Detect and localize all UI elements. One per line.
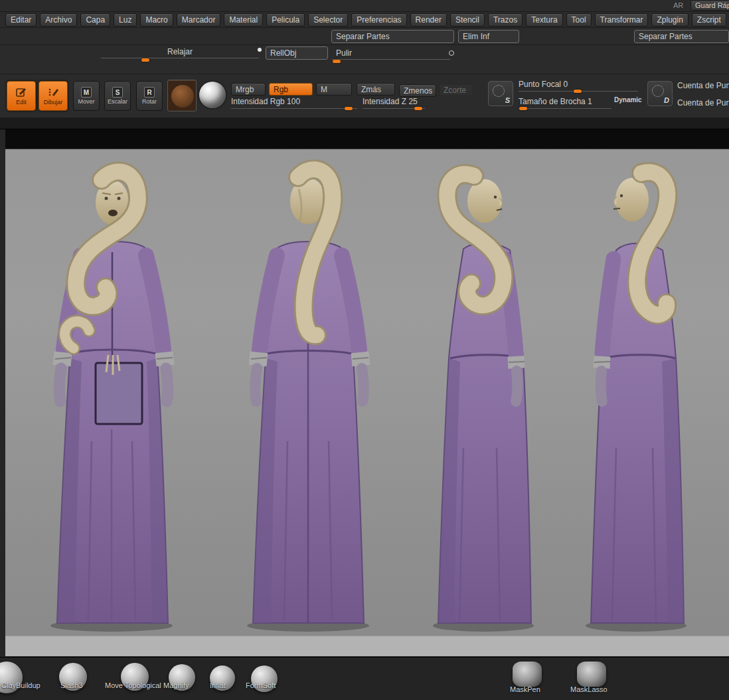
rotate-icon: R	[144, 87, 155, 98]
dynamic-letter: D	[664, 96, 669, 104]
menu-selector[interactable]: Selector	[308, 13, 348, 27]
brush-label-maskpen: MaskPen	[510, 685, 540, 693]
zcut-button[interactable]: Zcorte	[439, 84, 473, 96]
menu-pelicula[interactable]: Pelicula	[266, 13, 305, 27]
brush-label-inflat: Inflat	[210, 681, 226, 689]
point-count-label-1: Cuenta de Pun	[677, 81, 729, 90]
menu-luz[interactable]: Luz	[114, 13, 137, 27]
draw-button-label: Dibujar	[44, 99, 63, 105]
sculpt-viewport	[5, 129, 729, 657]
rgb-intensity-track[interactable]	[231, 101, 357, 109]
separar-partes-button[interactable]: Separar Partes	[331, 30, 454, 43]
color-swatch-circle	[171, 85, 194, 107]
scale-button[interactable]: S Escalar	[104, 81, 131, 111]
rotate-button[interactable]: R Rotar	[136, 81, 163, 111]
menu-capa[interactable]: Capa	[80, 13, 110, 27]
model-view-back	[247, 169, 369, 632]
edit-icon	[15, 86, 27, 98]
brush-maskpen[interactable]: MaskPen	[506, 658, 559, 700]
custom-shelf-row-1: Separar Partes Elim Inf Separar Partes	[0, 28, 729, 45]
edit-button[interactable]: Edit	[7, 81, 36, 111]
brush-label-magnify: Magnify	[163, 681, 189, 689]
model-view-front	[50, 172, 173, 632]
brush-size-handle[interactable]	[519, 107, 527, 110]
menu-archivo[interactable]: Archivo	[40, 13, 77, 27]
menu-editar[interactable]: Editar	[5, 13, 37, 27]
stroke-selector-icon[interactable]: S	[488, 81, 513, 106]
brush-label-claybuildup: ClayBuildup	[1, 681, 40, 689]
brush-magnify[interactable]: Magnify	[162, 658, 204, 700]
menu-trazos[interactable]: Trazos	[488, 13, 523, 27]
relajar-slider-handle[interactable]	[141, 58, 149, 62]
pulir-slider[interactable]: Pulir	[332, 49, 450, 60]
elim-inf-button[interactable]: Elim Inf	[458, 30, 519, 43]
title-strip: AR Guard Ráp	[0, 0, 729, 12]
zsub-button[interactable]: Zmenos	[399, 84, 436, 97]
rgb-intensity-handle[interactable]	[345, 107, 353, 110]
custom-shelf-row-2: Relajar RellObj Pulir	[0, 45, 729, 74]
rotate-button-label: Rotar	[142, 98, 157, 105]
brush-label-slash3: Slash3	[60, 681, 83, 689]
relajar-toggle-dot[interactable]	[258, 48, 262, 52]
brush-masklasso[interactable]: MaskLasso	[568, 658, 623, 700]
color-swatch[interactable]	[167, 80, 197, 111]
brush-label-masklasso: MaskLasso	[570, 685, 608, 693]
pulir-ring-toggle[interactable]	[449, 50, 454, 56]
relajar-slider-label: Relajar	[167, 47, 193, 56]
move-button-label: Mover	[78, 98, 94, 105]
draw-brush-icon	[47, 86, 59, 98]
zbrush-app-window: AR Guard Ráp Editar Archivo Capa Luz Mac…	[0, 0, 729, 700]
menu-preferencias[interactable]: Preferencias	[351, 13, 406, 27]
scale-icon: S	[112, 87, 123, 98]
menu-marcador[interactable]: Marcador	[177, 13, 221, 27]
edit-button-label: Edit	[16, 99, 27, 105]
menu-tool[interactable]: Tool	[566, 13, 592, 27]
menu-textura[interactable]: Textura	[526, 13, 562, 27]
document-canvas[interactable]	[0, 129, 729, 657]
brush-label-formsoft: FormSoft	[246, 681, 276, 689]
toolbar-canvas-divider	[0, 118, 729, 129]
move-icon: M	[81, 87, 92, 98]
rellobj-button[interactable]: RellObj	[266, 46, 328, 60]
brush-move-topological[interactable]: Move Topological	[105, 658, 171, 700]
rgb-button[interactable]: Rgb	[269, 83, 313, 96]
menu-zplugin[interactable]: Zplugin	[651, 13, 688, 27]
dynamic-circle-glyph	[652, 85, 664, 97]
menu-bar: Editar Archivo Capa Luz Macro Marcador M…	[0, 12, 729, 28]
dynamic-mode-toggle[interactable]: Dynamic	[614, 96, 642, 104]
brush-size-track[interactable]	[519, 101, 611, 109]
menu-stencil[interactable]: Stencil	[450, 13, 485, 27]
relajar-slider[interactable]: Relajar	[101, 48, 259, 58]
brush-inflat[interactable]: Inflat	[204, 658, 242, 700]
pulir-slider-handle[interactable]	[333, 60, 341, 63]
brush-slash3[interactable]: Slash3	[56, 658, 103, 700]
draw-button[interactable]: Dibujar	[39, 81, 68, 111]
menu-material[interactable]: Material	[224, 13, 263, 27]
scale-button-label: Escalar	[108, 98, 127, 105]
brush-label-move-topological: Move Topological	[105, 681, 161, 689]
mrgb-button[interactable]: Mrgb	[231, 83, 266, 96]
dynamic-brush-icon[interactable]: D	[647, 81, 673, 106]
quick-save-button[interactable]: Guard Ráp	[690, 0, 729, 11]
menu-render[interactable]: Render	[410, 13, 447, 27]
brush-formsoft[interactable]: FormSoft	[243, 658, 289, 700]
z-intensity-handle[interactable]	[414, 107, 422, 110]
brush-tray: ClayBuildup Slash3 Move Topological Magn…	[0, 657, 729, 700]
masklasso-brush-icon	[577, 662, 606, 687]
menu-macro[interactable]: Macro	[140, 13, 173, 27]
menu-transformar[interactable]: Transformar	[595, 13, 649, 27]
canvas-top-border	[5, 129, 729, 149]
brush-claybuildup[interactable]: ClayBuildup	[0, 658, 53, 700]
stroke-circle-glyph	[493, 85, 505, 97]
focal-shift-handle[interactable]	[574, 90, 582, 93]
menu-zscript[interactable]: Zscript	[692, 13, 726, 27]
separar-partes-right-button[interactable]: Separar Partes	[634, 30, 729, 43]
point-count-label-2: Cuenta de Pun	[677, 98, 729, 107]
top-toolbar: Edit Dibujar M Mover S Escalar R Rotar M…	[0, 74, 729, 118]
model-view-side-right	[433, 174, 534, 632]
move-button[interactable]: M Mover	[73, 81, 100, 111]
maskpen-brush-icon	[513, 662, 542, 687]
m-button[interactable]: M	[316, 83, 352, 96]
zadd-button[interactable]: Zmás	[357, 83, 395, 96]
material-ball-icon[interactable]	[199, 82, 226, 108]
